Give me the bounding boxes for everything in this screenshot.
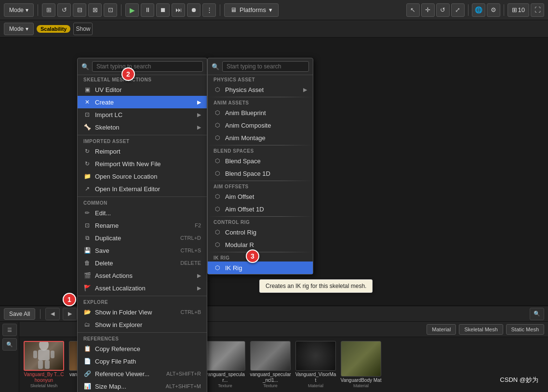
cm-physics-asset[interactable]: ⬡ Physics Asset ▶ (208, 83, 313, 96)
asset-loc-arrow-icon: ▶ (197, 285, 201, 291)
cm-anim-blueprint[interactable]: ⬡ Anim Blueprint (208, 106, 313, 119)
cb-sidebar-search-btn[interactable]: 🔍 (2, 338, 17, 351)
cm-anim-montage-label: Anim Montage (225, 134, 307, 142)
stop-button[interactable]: ⏹ (156, 3, 170, 17)
section-line-4 (208, 216, 313, 217)
scale-icon[interactable]: ⤢ (451, 3, 465, 17)
rotate-icon[interactable]: ↺ (436, 3, 450, 17)
toolbar-icon-2[interactable]: ↺ (57, 3, 71, 17)
cm-import-lc[interactable]: ⊡ Import LC ▶ (78, 108, 207, 121)
cb-search-btn[interactable]: 🔍 (530, 308, 544, 320)
cm-anim-montage[interactable]: ⬡ Anim Montage (208, 131, 313, 144)
cm-skeleton[interactable]: 🦴 Skeleton ▶ (78, 121, 207, 133)
asset-item-5[interactable]: Vanguard_VisorMat Material (294, 340, 337, 389)
cm-control-rig[interactable]: ⬡ Control Rig (208, 226, 313, 238)
cm-open-external[interactable]: ↗ Open In External Editor (78, 183, 207, 195)
import-lc-arrow-icon: ▶ (197, 112, 201, 118)
cm-save[interactable]: 💾 Save CTRL+S (78, 244, 207, 257)
delete-shortcut: DELETE (180, 260, 201, 266)
filter-material-tag[interactable]: Material (427, 324, 456, 335)
cm-show-explorer[interactable]: 🗂 Show in Explorer (78, 318, 207, 331)
modular-r-icon: ⬡ (214, 241, 221, 248)
cm-show-folder[interactable]: 📂 Show in Folder View CTRL+B (78, 306, 207, 318)
cm-aim-offset[interactable]: ⬡ Aim Offset (208, 190, 313, 203)
world-icon[interactable]: 🌐 (472, 3, 485, 17)
play-button[interactable]: ▶ (125, 3, 139, 17)
cm-reimport-new[interactable]: ↻ Reimport With New File (78, 157, 207, 170)
cm-copy-reference[interactable]: 📋 Copy Reference (78, 342, 207, 355)
cm-show-folder-label: Show in Folder View (95, 309, 177, 316)
step-badge-3: 3 (246, 249, 259, 263)
cm-edit[interactable]: ✏ Edit... (78, 207, 207, 219)
cm-reimport[interactable]: ↻ Reimport (78, 145, 207, 157)
cm-reference-viewer[interactable]: 🔗 Reference Viewer... ALT+SHIFT+R (78, 367, 207, 380)
more-button[interactable]: ⋮ (202, 3, 216, 17)
toolbar-icon-4[interactable]: ⊠ (88, 3, 102, 17)
anim-comp-icon: ⬡ (214, 121, 221, 129)
copy-ref-icon: 📋 (83, 345, 91, 353)
physics-arrow-icon: ▶ (303, 87, 307, 93)
expand-icon[interactable]: ⛶ (531, 3, 544, 17)
skip-button[interactable]: ⏭ (172, 3, 185, 17)
cm-rename[interactable]: ⊡ Rename F2 (78, 219, 207, 232)
asset-item-3[interactable]: vanguard_specular... Texture (203, 340, 247, 389)
scalability-badge[interactable]: Scalability (37, 25, 70, 33)
cm-section-imported: IMPORTED ASSET (78, 137, 207, 145)
cm-delete[interactable]: 🗑 Delete DELETE (78, 257, 207, 269)
cm-asset-actions[interactable]: 🎬 Asset Actions ▶ (78, 269, 207, 282)
cm-modular-r[interactable]: ⬡ Modular R (208, 238, 313, 251)
cm-create[interactable]: ✕ Create ▶ (78, 96, 207, 108)
pause-button[interactable]: ⏸ (141, 3, 154, 17)
cm-asset-localization[interactable]: 🚩 Asset Localization ▶ (78, 282, 207, 294)
asset-item-6[interactable]: VanguardBody Mat Material (339, 340, 383, 389)
cm-blend-space-1d[interactable]: ⬡ Blend Space 1D (208, 167, 313, 180)
toolbar-icon-5[interactable]: ⊡ (104, 3, 117, 17)
cm-blend-space[interactable]: ⬡ Blend Space (208, 155, 313, 167)
platforms-button[interactable]: 🖥 Platforms ▾ (224, 3, 279, 17)
cursor-icon[interactable]: ↖ (406, 3, 420, 17)
show-folder-icon: 📂 (83, 308, 91, 316)
cm-section-explore: EXPLORE (78, 298, 207, 306)
filter-static-tag[interactable]: Static Mesh (506, 324, 544, 335)
size-map-shortcut: ALT+SHIFT+M (166, 383, 201, 389)
save-all-button[interactable]: Save All (4, 308, 35, 320)
toolbar-icon-3[interactable]: ⊟ (73, 3, 86, 17)
cb-forward-btn[interactable]: ▶ (63, 308, 77, 320)
asset-thumb-6 (341, 341, 381, 377)
cb-selected-asset[interactable]: Vanguard_By T...Choonyun Skeletal Mesh (22, 340, 66, 389)
record-button[interactable]: ⏺ (187, 3, 200, 17)
move-icon[interactable]: ✛ (421, 3, 435, 17)
svg-rect-5 (45, 360, 50, 369)
asset-type-4: Texture (263, 383, 278, 388)
tooltip-text: Creates an IK rig for this skeletal mesh… (266, 283, 366, 289)
cb-back-btn[interactable]: ◀ (45, 308, 60, 320)
mode-select-label: Mode (9, 26, 24, 32)
filter-skeletal-tag[interactable]: Skeletal Mesh (459, 324, 503, 335)
cm-section-blend: BLEND SPACES (208, 146, 313, 155)
ref-viewer-icon: 🔗 (83, 370, 91, 378)
cm-edit-label: Edit... (95, 209, 201, 217)
mode-select-btn[interactable]: Mode ▾ (4, 23, 34, 35)
cm-size-map[interactable]: 📊 Size Map... ALT+SHIFT+M (78, 380, 207, 392)
cm-open-source[interactable]: 📁 Open Source Location (78, 170, 207, 183)
context-menu-left: 🔍 SKELETAL MESH ACTIONS ▣ UV Editor ✕ Cr… (77, 58, 207, 392)
cm-ik-rig[interactable]: ⬡ IK Rig (208, 261, 313, 274)
cm-right-search-input[interactable] (222, 61, 309, 72)
mode-button[interactable]: Mode ▾ (4, 3, 34, 17)
divider-1 (78, 135, 207, 135)
asset-item-4[interactable]: vanguard_specular_ncl1... Texture (249, 340, 292, 389)
layout-button[interactable]: ⊞ 10 (508, 3, 529, 17)
rename-icon: ⊡ (83, 222, 91, 229)
second-toolbar: Mode ▾ Scalability Show (0, 20, 548, 38)
cm-blend-1d-label: Blend Space 1D (225, 170, 307, 177)
toolbar-icon-1[interactable]: ⊞ (42, 3, 55, 17)
cm-duplicate[interactable]: ⧉ Duplicate CTRL+D (78, 232, 207, 244)
duplicate-shortcut: CTRL+D (180, 235, 201, 241)
cb-sidebar-filter-btn[interactable]: ☰ (2, 324, 17, 336)
settings-icon[interactable]: ⚙ (487, 3, 500, 17)
cm-aim-offset-1d[interactable]: ⬡ Aim Offset 1D (208, 203, 313, 215)
cm-copy-file[interactable]: 📄 Copy File Path (78, 355, 207, 367)
cm-anim-composite[interactable]: ⬡ Anim Composite (208, 119, 313, 131)
cm-search-input[interactable] (92, 61, 203, 72)
cm-uv-editor[interactable]: ▣ UV Editor (78, 83, 207, 96)
